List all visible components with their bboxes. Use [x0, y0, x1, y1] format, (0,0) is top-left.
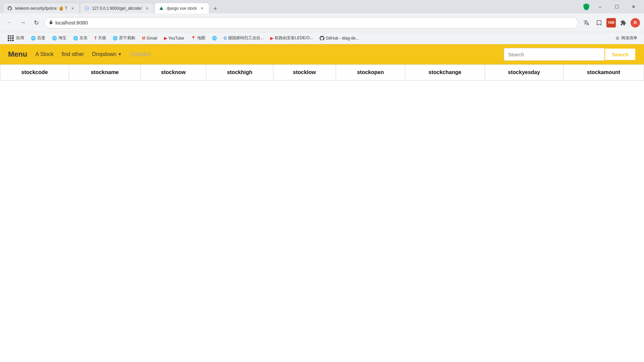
maps-icon: 📍	[191, 36, 196, 41]
gmail-icon: M	[142, 36, 145, 41]
app-navbar: Menu A Stock find other Dropdown ▼ Disab…	[0, 44, 644, 64]
tab-1-close[interactable]: ×	[70, 6, 75, 11]
tab-1-title: telekom-security/tpotce: 🍯 T	[15, 6, 67, 11]
disabled-item: Disabled	[130, 51, 151, 57]
tab-3-title: django vue stock	[167, 6, 197, 11]
github-favicon	[7, 6, 12, 11]
close-button[interactable]: ✕	[626, 1, 641, 12]
readlist-bookmark[interactable]: 阅读清单	[612, 34, 640, 42]
lede-icon: ▶	[270, 36, 273, 41]
google-bookmark[interactable]: G 德国腓特烈工业自...	[221, 34, 266, 42]
maximize-button[interactable]: ☐	[609, 1, 625, 12]
minimize-button[interactable]: –	[592, 1, 608, 12]
svg-rect-3	[50, 22, 52, 24]
taobao-bookmark[interactable]: 🌐 淘宝	[49, 34, 69, 42]
find-other-link[interactable]: find other	[62, 51, 84, 57]
forward-button[interactable]: →	[17, 17, 28, 28]
bookmark-button[interactable]	[594, 17, 604, 28]
toolbar: ← → ↻ localhost:8080 YAB R	[0, 13, 644, 32]
tab-group: telekom-security/tpotce: 🍯 T × 127.0.0.1…	[3, 0, 582, 13]
tab-2[interactable]: 127.0.0.1:8000/get_allcode/ ×	[80, 3, 154, 13]
taobao-icon: 🌐	[52, 36, 57, 41]
back-button[interactable]: ←	[4, 17, 15, 28]
google-label: 德国腓特烈工业自...	[228, 35, 264, 41]
col-stocklow: stocklow	[273, 65, 336, 80]
col-stockamount: stockamount	[563, 65, 644, 80]
apps-grid-icon	[7, 34, 15, 42]
youtube-label: YouTube	[168, 36, 184, 41]
col-stocknow: stocknow	[141, 65, 206, 80]
col-stockname: stockname	[69, 65, 141, 80]
jingdong-bookmark[interactable]: 🌐 京东	[70, 34, 90, 42]
page-content: Menu A Stock find other Dropdown ▼ Disab…	[0, 44, 644, 362]
search-input[interactable]	[504, 48, 604, 61]
table-header: stockcode stockname stocknow stockhigh s…	[0, 65, 644, 80]
apps-bookmark[interactable]: 应用	[4, 33, 27, 44]
dropdown-label: Dropdown	[92, 51, 116, 57]
gmail-label: Gmail	[147, 36, 157, 41]
search-button[interactable]: Search	[604, 48, 636, 61]
maps-bookmark[interactable]: 📍 地图	[188, 34, 208, 42]
jingdong-label: 京东	[79, 35, 88, 41]
window-controls: – ☐ ✕	[592, 1, 641, 12]
tianmao-label: 天猫	[98, 35, 106, 41]
address-bar[interactable]: localhost:8080	[44, 17, 578, 28]
lede-bookmark[interactable]: ▶ 软路由安装LEDE/O...	[268, 34, 316, 42]
youtube-icon: ▶	[164, 36, 167, 41]
vue-favicon	[159, 6, 164, 11]
extensions-button[interactable]	[618, 17, 629, 28]
dropdown-menu[interactable]: Dropdown ▼	[92, 51, 122, 57]
readlist-icon	[615, 36, 620, 41]
security-icon	[582, 2, 591, 11]
address-text: localhost:8080	[55, 20, 574, 25]
title-bar: telekom-security/tpotce: 🍯 T × 127.0.0.1…	[0, 0, 644, 13]
bookmarks-bar: 应用 🌐 百度 🌐 淘宝 🌐 京东 T 天猫 🌐 苏宁易购 M Gmail ▶ …	[0, 32, 644, 44]
profile-button[interactable]: R	[631, 18, 640, 27]
lock-icon	[49, 20, 53, 25]
col-stockhigh: stockhigh	[206, 65, 273, 80]
tab-2-favicon	[84, 6, 90, 11]
taobao-label: 淘宝	[58, 35, 66, 41]
stock-table: stockcode stockname stocknow stockhigh s…	[0, 64, 644, 80]
maps-label: 地图	[197, 35, 205, 41]
readlist-label: 阅读清单	[621, 35, 637, 41]
menu-title: Menu	[8, 50, 27, 59]
toolbar-actions: YAB R	[581, 17, 640, 28]
tab-1[interactable]: telekom-security/tpotce: 🍯 T ×	[3, 3, 80, 13]
gmail-bookmark[interactable]: M Gmail	[139, 35, 160, 42]
tab-2-title: 127.0.0.1:8000/get_allcode/	[92, 6, 142, 11]
yab-button[interactable]: YAB	[606, 18, 616, 27]
col-stockchange: stockchange	[405, 65, 485, 80]
tab-2-close[interactable]: ×	[145, 6, 150, 11]
baidu-label: 百度	[37, 35, 45, 41]
apps-label: 应用	[16, 35, 24, 41]
dropdown-arrow-icon: ▼	[118, 52, 122, 57]
suning-bookmark[interactable]: 🌐 苏宁易购	[110, 34, 138, 42]
a-stock-link[interactable]: A Stock	[35, 51, 53, 57]
col-stockcode: stockcode	[0, 65, 69, 80]
globe-bookmark[interactable]: 🌐	[209, 35, 220, 42]
baidu-bookmark[interactable]: 🌐 百度	[28, 34, 48, 42]
github-bookmark[interactable]: GitHub - dtag-de...	[317, 35, 362, 42]
tab-3-close[interactable]: ×	[200, 6, 205, 11]
suning-label: 苏宁易购	[119, 35, 135, 41]
col-stockopen: stockopen	[336, 65, 405, 80]
suning-icon: 🌐	[113, 36, 118, 41]
baidu-icon: 🌐	[31, 36, 36, 41]
search-area: Search	[504, 48, 636, 61]
youtube-bookmark[interactable]: ▶ YouTube	[161, 35, 187, 42]
github-label: GitHub - dtag-de...	[326, 36, 359, 41]
lede-label: 软路由安装LEDE/O...	[275, 35, 313, 41]
jingdong-icon: 🌐	[73, 36, 78, 41]
tab-3[interactable]: django vue stock ×	[154, 3, 209, 13]
col-stockyesday: stockyesday	[485, 65, 563, 80]
tianmao-bookmark[interactable]: T 天猫	[92, 34, 109, 42]
new-tab-button[interactable]: +	[211, 4, 220, 13]
translate-button[interactable]	[581, 17, 592, 28]
reload-button[interactable]: ↻	[31, 17, 42, 28]
browser-frame: telekom-security/tpotce: 🍯 T × 127.0.0.1…	[0, 0, 644, 362]
google-icon: G	[224, 36, 227, 41]
globe-icon: 🌐	[212, 36, 217, 41]
stock-table-wrapper: stockcode stockname stocknow stockhigh s…	[0, 64, 644, 80]
tianmao-icon: T	[94, 36, 97, 41]
